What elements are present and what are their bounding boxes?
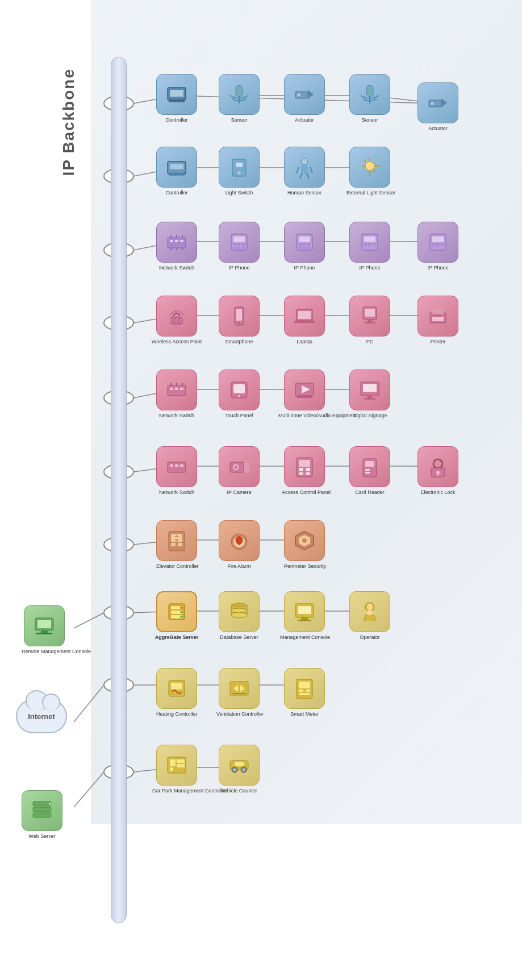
svg-point-147 (234, 466, 237, 469)
page-container: IP Backbone (0, 0, 522, 980)
svg-point-221 (49, 814, 51, 816)
pc-label: PC (349, 339, 390, 344)
svg-rect-115 (294, 321, 315, 323)
svg-rect-197 (299, 682, 310, 688)
netswitch1-box (156, 222, 197, 263)
svg-rect-216 (33, 802, 51, 806)
ipphone1-label: IP Phone (219, 265, 260, 271)
accesspanel-box (284, 446, 325, 487)
elevator-label: Elevator Controller (156, 563, 197, 569)
svg-point-46 (297, 93, 300, 97)
ipphone1-box (219, 222, 260, 263)
svg-rect-213 (37, 620, 51, 628)
controller2-label: Controller (156, 190, 197, 196)
netswitch3-label: Network Switch (156, 489, 197, 495)
carpark-box (156, 745, 197, 786)
svg-rect-204 (177, 759, 185, 763)
smartmeter-label: Smart Meter (284, 711, 325, 717)
svg-rect-168 (178, 543, 182, 546)
ipphone2-box (284, 222, 325, 263)
svg-rect-127 (180, 388, 183, 390)
dbserver-label: Database Server (219, 634, 260, 640)
touchpanel-label: Touch Panel (219, 413, 260, 418)
operator-label: Operator (349, 634, 390, 640)
svg-rect-140 (364, 398, 375, 400)
svg-rect-114 (298, 311, 311, 319)
svg-rect-167 (171, 543, 176, 546)
svg-rect-218 (33, 813, 51, 817)
svg-point-184 (231, 608, 247, 613)
svg-rect-117 (365, 309, 375, 317)
svg-rect-124 (168, 385, 186, 396)
svg-point-57 (237, 171, 241, 175)
controller1-label: Controller (156, 117, 197, 123)
svg-rect-122 (432, 317, 444, 321)
operator-box (349, 591, 390, 632)
svg-rect-111 (236, 309, 242, 321)
actuator1-box (284, 74, 325, 115)
svg-rect-156 (365, 461, 374, 467)
mgmtconsole-box (284, 591, 325, 632)
aggregate-label: AggreGate Server (154, 634, 199, 640)
svg-line-61 (310, 167, 312, 173)
printer-label: Printer (417, 339, 458, 344)
svg-line-69 (364, 160, 366, 162)
svg-rect-205 (177, 764, 185, 767)
ipphone2-label: IP Phone (284, 265, 325, 271)
svg-rect-82 (233, 236, 245, 242)
accesspanel-label: Access Control Panel (282, 489, 327, 495)
svg-rect-47 (366, 85, 373, 97)
heating-box (156, 668, 197, 709)
aggregate-box (156, 591, 197, 632)
svg-point-112 (238, 322, 240, 324)
svg-rect-98 (364, 236, 375, 242)
svg-rect-198 (299, 690, 303, 692)
backbone-label: IP Backbone (60, 68, 78, 176)
svg-rect-152 (306, 468, 310, 471)
svg-rect-195 (232, 693, 246, 694)
svg-rect-91 (299, 243, 302, 246)
svg-rect-96 (307, 247, 310, 249)
svg-marker-148 (244, 461, 249, 474)
svg-rect-105 (436, 243, 439, 246)
netswitch3-box (156, 446, 197, 487)
svg-rect-151 (299, 468, 303, 471)
wap-box (156, 296, 197, 337)
svg-rect-118 (368, 319, 372, 322)
humansensor-box (284, 147, 325, 188)
svg-rect-104 (432, 243, 435, 246)
svg-rect-101 (373, 243, 375, 246)
heating-label: Heating Controller (156, 711, 197, 717)
remote-mgmt-container: Remote Management Console (22, 605, 67, 654)
svg-rect-157 (365, 469, 370, 471)
svg-rect-84 (237, 243, 240, 246)
svg-rect-186 (298, 606, 311, 614)
cardreader-label: Card Reader (349, 489, 390, 495)
svg-rect-203 (170, 767, 173, 771)
svg-line-32 (74, 772, 104, 807)
ipphone4-label: IP Phone (417, 265, 458, 271)
svg-rect-37 (170, 90, 183, 97)
vehiclecounter-box (219, 745, 260, 786)
svg-point-220 (49, 808, 51, 811)
svg-rect-141 (168, 462, 186, 472)
perimeter-box (284, 520, 325, 561)
svg-rect-136 (297, 396, 312, 398)
internet-label: Internet (28, 712, 55, 721)
digitalsign-label: Digital Signage (349, 413, 390, 418)
humansensor-label: Human Sensor (284, 190, 325, 196)
sensor2-box (349, 74, 390, 115)
svg-line-31 (74, 685, 104, 722)
carpark-label: Car Park Management Controller (152, 788, 201, 794)
controller2-box (156, 147, 197, 188)
webserver-container: Web Server (22, 790, 62, 839)
multizone-box (284, 369, 325, 410)
perimeter-label: Perimeter Security (284, 563, 325, 569)
svg-line-60 (297, 167, 299, 173)
svg-rect-71 (168, 238, 186, 248)
laptop-label: Laptop (284, 339, 325, 344)
svg-point-161 (436, 471, 440, 474)
svg-rect-154 (306, 472, 310, 475)
sensor2-label: Sensor (349, 117, 390, 123)
svg-point-173 (302, 538, 307, 543)
